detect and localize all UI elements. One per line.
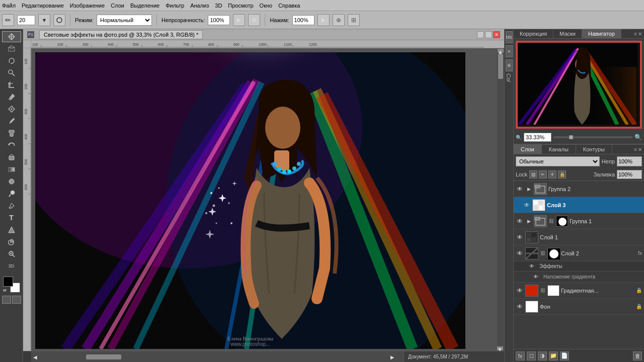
layer-visibility-gruppo1[interactable]: 👁 — [516, 217, 524, 225]
zoom-in-icon[interactable]: 🔍 — [634, 134, 642, 141]
brush-options-btn[interactable]: ▼ — [38, 14, 50, 26]
panel-toggle-layers[interactable]: ≡ — [506, 45, 513, 57]
menu-item-view[interactable]: Просмотр — [228, 3, 253, 9]
standard-mode-btn[interactable] — [2, 296, 11, 304]
stamp-tool[interactable] — [2, 128, 21, 139]
lock-transparent-btn[interactable]: ▨ — [529, 170, 537, 178]
opacity-value-input[interactable]: 100% — [617, 156, 642, 166]
scroll-left-arrow[interactable]: ◀ — [31, 354, 39, 360]
layer-item-gruppo1[interactable]: 👁 ▶ ⛓ Группа 1 — [514, 213, 644, 229]
layer-item-gradient[interactable]: 👁 ⛓ Градиентная... 🔒 — [514, 283, 644, 299]
quick-select-tool[interactable] — [2, 67, 21, 78]
layer-item-gruppo2[interactable]: 👁 ▶ Группа 2 — [514, 181, 644, 197]
delete-layer-btn[interactable]: 🗑 — [633, 351, 642, 360]
lock-all-btn[interactable]: 🔒 — [558, 170, 566, 178]
zoom-tool[interactable] — [2, 248, 21, 259]
move-tool[interactable] — [2, 31, 21, 42]
scroll-up-arrow[interactable]: ▲ — [498, 49, 504, 53]
layer-item-sloy2[interactable]: 👁 ⛓ Слой 2 fx — [514, 245, 644, 261]
healing-tool[interactable] — [2, 104, 21, 115]
layer-visibility-sloy3[interactable]: 👁 — [523, 201, 531, 209]
scroll-thumb-v[interactable] — [498, 54, 503, 79]
fill-value-input[interactable]: 100% — [617, 170, 642, 179]
layer-visibility-gruppo2[interactable]: 👁 — [516, 185, 524, 193]
brush-size-input[interactable]: 20 — [17, 15, 35, 25]
tab-masks[interactable]: Маски — [553, 29, 582, 38]
menu-item-image[interactable]: Изображение — [70, 3, 105, 9]
opacity-arrow[interactable]: ▶ — [233, 14, 245, 26]
nav-panel-close[interactable]: ✕ — [638, 31, 642, 37]
layer-visibility-sloy2[interactable]: 👁 — [516, 249, 524, 257]
history-brush-tool[interactable] — [2, 140, 21, 151]
zoom-out-small-icon[interactable]: 🔍 — [516, 135, 522, 140]
minimize-btn[interactable]: _ — [477, 31, 484, 38]
foreground-color-swatch[interactable] — [3, 277, 13, 287]
menu-item-analysis[interactable]: Анализ — [190, 3, 209, 9]
menu-item-help[interactable]: Справка — [278, 3, 300, 9]
layer-toggle-gruppo2[interactable]: ▶ — [525, 186, 532, 193]
new-layer-btn[interactable]: 📄 — [560, 351, 569, 360]
tab-channels[interactable]: Каналы — [542, 145, 576, 154]
nav-panel-menu[interactable]: ≡ — [634, 31, 637, 37]
canvas-viewport[interactable]: 100 200 300 400 500 600 — [23, 48, 504, 351]
pen-tool[interactable] — [2, 200, 21, 211]
menu-item-filter[interactable]: Фильтр — [166, 3, 184, 9]
layer-visibility-gradient[interactable]: 👁 — [516, 287, 524, 295]
zoom-slider-thumb[interactable] — [569, 135, 573, 139]
layer-styles-btn[interactable]: fx — [516, 351, 525, 360]
effects-visibility[interactable]: 👁 — [528, 262, 536, 270]
scroll-thumb-h[interactable] — [86, 354, 121, 359]
tablet-btn[interactable]: ⊕ — [333, 14, 345, 26]
marquee-tool[interactable] — [2, 43, 21, 54]
toggle-btn[interactable]: ⊞ — [348, 14, 360, 26]
menu-item-3d[interactable]: 3D — [215, 3, 222, 9]
lock-position-btn[interactable]: ✛ — [548, 170, 556, 178]
gradient-tool[interactable] — [2, 164, 21, 175]
scroll-right-arrow[interactable]: ▶ — [388, 354, 396, 360]
new-adj-layer-btn[interactable]: ◑ — [538, 351, 547, 360]
layer-effect-gradient-overlay[interactable]: 👁 Наложение градиента — [514, 272, 644, 283]
close-btn[interactable]: ✕ — [493, 31, 500, 38]
brush-tool-icon2[interactable] — [53, 14, 65, 26]
flow-input[interactable]: 100% — [292, 15, 314, 25]
panel-toggle-correction[interactable]: Mb — [506, 31, 513, 43]
canvas-scrollbar-vertical[interactable]: ▲ ▼ — [497, 48, 504, 351]
opacity-input[interactable]: 100% — [208, 15, 230, 25]
new-group-btn[interactable]: 📁 — [549, 351, 558, 360]
tab-layers[interactable]: Слои — [514, 145, 542, 154]
dodge-tool[interactable] — [2, 188, 21, 199]
canvas-scrollbar-horizontal[interactable]: ◀ ▶ — [31, 351, 396, 362]
shape-tool[interactable] — [2, 224, 21, 235]
tab-correction[interactable]: Коррекция — [514, 29, 553, 38]
mode-select[interactable]: Нормальный — [97, 15, 152, 26]
brush-tool-icon[interactable]: ✏ — [2, 14, 14, 26]
zoom-slider[interactable] — [553, 136, 632, 138]
text-tool[interactable]: T — [2, 212, 21, 223]
hand-tool[interactable] — [2, 236, 21, 247]
layer-visibility-fon[interactable]: 👁 — [516, 303, 524, 311]
layers-panel-menu[interactable]: ≡ — [634, 147, 637, 152]
add-mask-btn[interactable]: ◻ — [527, 351, 536, 360]
flow-arrow[interactable]: ▶ — [317, 14, 330, 26]
layer-effects-sloy2[interactable]: 👁 Эффекты — [514, 261, 644, 272]
menu-item-edit[interactable]: Редактирование — [22, 3, 64, 9]
swap-colors-icon[interactable]: ⇄ — [3, 288, 7, 293]
blend-mode-select[interactable]: Обычные — [516, 156, 600, 166]
layer-item-sloy3[interactable]: 👁 Слой 3 — [514, 197, 644, 213]
menu-item-layers[interactable]: Слои — [111, 3, 124, 9]
lock-pixels-btn[interactable]: ✏ — [539, 170, 547, 178]
layer-toggle-gruppo1[interactable]: ▶ — [525, 218, 532, 225]
full-screen-mode-btn[interactable] — [12, 296, 21, 304]
menu-item-select[interactable]: Выделение — [130, 3, 159, 9]
menu-item-window[interactable]: Окно — [260, 3, 273, 9]
3d-tool[interactable]: 3D — [2, 260, 21, 272]
layers-panel-close[interactable]: ✕ — [638, 147, 642, 152]
zoom-percent-input[interactable]: 33.33% — [524, 133, 551, 142]
panel-toggle-3[interactable]: ⊕ — [506, 59, 513, 71]
effect-visibility-grad[interactable]: 👁 — [532, 273, 540, 281]
layer-visibility-sloy1[interactable]: 👁 — [516, 233, 524, 241]
tab-navigator[interactable]: Навигатор — [582, 29, 621, 38]
tab-paths[interactable]: Контуры — [576, 145, 612, 154]
maximize-btn[interactable]: □ — [485, 31, 492, 38]
crop-tool[interactable] — [2, 79, 21, 90]
